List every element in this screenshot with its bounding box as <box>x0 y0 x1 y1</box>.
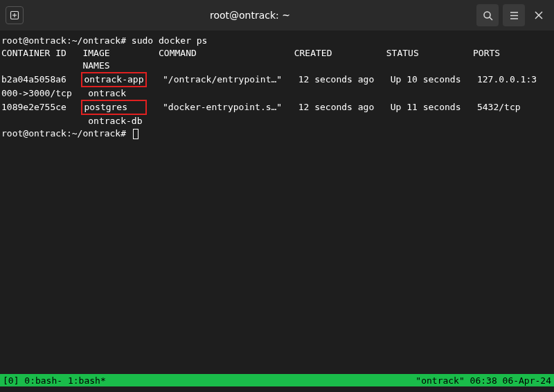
ports-val: 127.0.0.1:3 <box>477 74 537 84</box>
cwd: ~/ontrack <box>72 35 120 46</box>
cursor <box>133 129 138 139</box>
ports-wrap: 000->3000/tcp <box>1 88 72 98</box>
created-val: 12 seconds ago <box>298 102 375 112</box>
search-button[interactable] <box>476 4 499 26</box>
search-icon <box>483 10 493 21</box>
prompt-line: root@ontrack:~/ontrack# sudo docker ps <box>1 35 553 47</box>
window-title: root@ontrack: ~ <box>29 10 471 21</box>
tmux-windows[interactable]: [0] 0:bash- 1:bash* <box>3 375 106 386</box>
col-command: COMMAND <box>159 48 197 58</box>
created-val: 12 seconds ago <box>298 74 375 84</box>
tmux-status-bar: [0] 0:bash- 1:bash* "ontrack" 06:38 06-A… <box>0 374 554 386</box>
user-host: root@ontrack <box>1 128 66 139</box>
prompt-line: root@ontrack:~/ontrack# <box>1 127 553 140</box>
menu-button[interactable] <box>503 4 525 26</box>
tmux-session-info: "ontrack" 06:38 06-Apr-24 <box>416 375 551 386</box>
menu-icon <box>509 10 519 21</box>
svg-line-4 <box>490 17 492 20</box>
command-val: "/ontrack/entrypoint…" <box>163 74 282 84</box>
table-row-wrap: 000->3000/tcp ontrack <box>1 87 553 100</box>
col-image: IMAGE <box>82 48 109 58</box>
table-row-wrap: ontrack-db <box>1 115 553 127</box>
col-ports: PORTS <box>473 48 500 58</box>
user-host: root@ontrack <box>1 35 66 46</box>
new-tab-button[interactable] <box>6 6 24 24</box>
image-highlight: ontrack-app <box>81 72 146 87</box>
terminal-area[interactable]: root@ontrack:~/ontrack# sudo docker ps C… <box>0 30 554 144</box>
cwd: ~/ontrack <box>72 128 120 139</box>
new-tab-icon <box>10 10 19 20</box>
close-icon <box>535 11 543 19</box>
header-row-1: CONTAINER ID IMAGE COMMAND CREATED STATU… <box>1 47 553 60</box>
image-name: ontrack-app <box>84 74 143 84</box>
window-header: root@ontrack: ~ <box>0 0 554 30</box>
col-container: CONTAINER ID <box>1 48 66 58</box>
col-names: NAMES <box>82 60 109 71</box>
container-id: 1089e2e755ce <box>1 102 66 112</box>
container-id: b2a04a5058a6 <box>1 74 66 84</box>
container-name: ontrack <box>88 88 126 98</box>
col-created: CREATED <box>294 48 332 58</box>
command-text: sudo docker ps <box>132 35 208 46</box>
container-name: ontrack-db <box>88 116 142 126</box>
close-button[interactable] <box>529 4 548 26</box>
command-val: "docker-entrypoint.s…" <box>163 102 282 112</box>
table-row: b2a04a5058a6 ontrack-app "/ontrack/entry… <box>1 72 553 87</box>
header-buttons <box>476 4 548 26</box>
status-val: Up 11 seconds <box>391 102 461 112</box>
header-row-2: NAMES <box>1 60 553 72</box>
table-row: 1089e2e755ce postgres "docker-entrypoint… <box>1 100 553 115</box>
image-name: postgres <box>84 102 127 112</box>
status-val: Up 10 seconds <box>391 74 461 84</box>
image-highlight: postgres <box>81 100 146 115</box>
svg-point-3 <box>484 12 490 18</box>
ports-val: 5432/tcp <box>477 102 521 112</box>
col-status: STATUS <box>386 48 419 58</box>
